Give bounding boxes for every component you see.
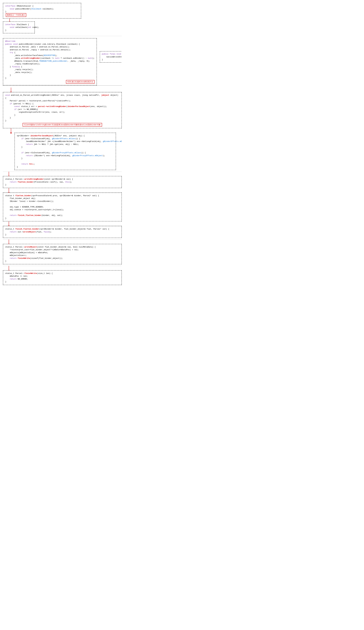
code-parcel-writestrongbinder: status_t Parcel::writeStrongBinder(const… <box>5 178 120 186</box>
block-parcel-finishwrite: status_t Parcel::finishWrite(size_t len)… <box>3 270 122 285</box>
block-publishbinder: @Override public void publishBinder(inuk… <box>3 38 97 86</box>
block-parcel-writestrongbinder: status_t Parcel::writeStrongBinder(const… <box>3 176 122 188</box>
code-writestrongbinder-java: public final void writeStrongBinder(IBin… <box>102 53 122 61</box>
block-parcel-writeobject: status_t Parcel::writeObject(const flat_… <box>3 244 122 264</box>
block-iremotecaller: interface IRemoteCaller { void publishBi… <box>3 3 81 18</box>
code-parcel-finishwrite: status_t Parcel::finishWrite(size_t len)… <box>5 272 120 283</box>
block-ibinder-for-java: sp<IBinder> ibinderForJavaObject(JNIEnv*… <box>14 133 116 170</box>
block-finish-flatten-binder: status_t finish_flatten_binder(sp<IBinde… <box>3 226 122 238</box>
code-iremotecaller: interface IRemoteCaller { void publishBi… <box>5 5 79 13</box>
label-aidl: 随便定义一个AIDL接口 <box>6 13 26 17</box>
label-java-impl: AIDL接口生成的Java类实现方法 <box>66 80 95 84</box>
block3-row: @Override public void publishBinder(inuk… <box>3 38 122 86</box>
code-jni-writestrongbinder: void android_os_Parcel_writeStrongBinder… <box>5 94 120 122</box>
diagram-container: interface IRemoteCaller { void publishBi… <box>3 3 122 285</box>
code-parcel-writeobject: status_t Parcel::writeObject(const flat_… <box>5 246 120 262</box>
code-ibinder-for-java: sp<IBinder> ibinderForJavaObject(JNIEnv*… <box>17 134 114 168</box>
label-jni-desc: Client端的writeStrongBinder方法就是将Java层的bind… <box>22 123 102 126</box>
code-icallback: interface ICallback { void onCallback(in… <box>5 23 32 32</box>
block-jni-writestrongbinder: void android_os_Parcel_writeStrongBinder… <box>3 92 122 128</box>
code-finish-flatten-binder: status_t finish_flatten_binder(sp<IBinde… <box>5 228 120 236</box>
code-flatten-binder: status t flatten_binder(sp<ProcessState>… <box>5 194 120 220</box>
block-writestrongbinder-java: public final void writeStrongBinder(IBin… <box>100 51 122 63</box>
code-publishbinder: @Override public void publishBinder(inuk… <box>5 40 94 80</box>
block-icallback: interface ICallback { void onCallback(in… <box>3 22 35 34</box>
block-flatten-binder: status t flatten_binder(sp<ProcessState>… <box>3 192 122 222</box>
